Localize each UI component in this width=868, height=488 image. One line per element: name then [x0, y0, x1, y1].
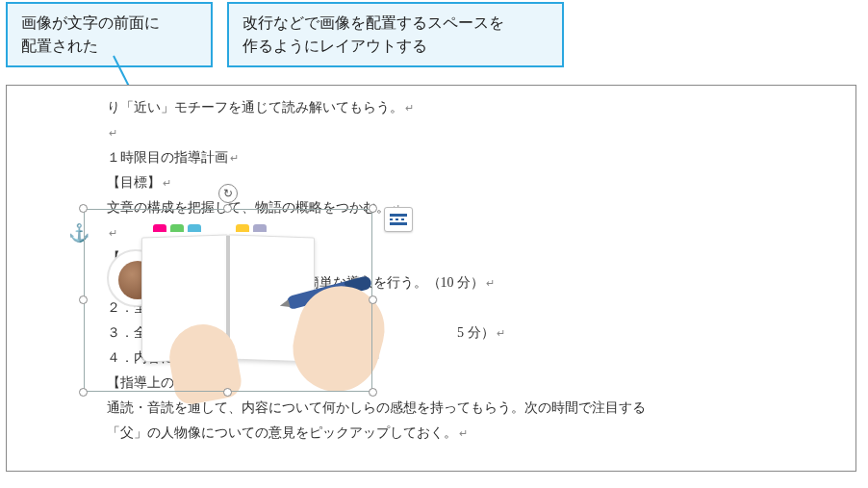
resize-handle-s[interactable]	[223, 388, 232, 397]
inserted-image[interactable]: ↻	[84, 209, 372, 392]
layout-options-icon	[390, 214, 407, 225]
resize-handle-ne[interactable]	[369, 204, 377, 213]
doc-plan-heading: １時限目の指導計画↵	[107, 145, 780, 170]
paragraph-mark-icon: ↵	[230, 152, 239, 164]
layout-options-button[interactable]	[384, 207, 413, 232]
resize-handle-nw[interactable]	[79, 204, 88, 213]
paragraph-mark-icon: ↵	[497, 327, 505, 339]
doc-note2: 「父」の人物像についての意見をピックアップしておく。↵	[107, 421, 780, 446]
paragraph-mark-icon: ↵	[109, 127, 117, 139]
paragraph-mark-icon: ↵	[486, 277, 495, 289]
paragraph-mark-icon: ↵	[459, 427, 468, 439]
selection-frame	[84, 209, 372, 392]
rotate-handle[interactable]: ↻	[218, 184, 238, 203]
resize-handle-se[interactable]	[369, 388, 377, 397]
callout-right-text: 改行などで画像を配置するスペースを 作るようにレイアウトする	[243, 14, 504, 54]
callout-right: 改行などで画像を配置するスペースを 作るようにレイアウトする	[227, 2, 564, 67]
paragraph-mark-icon: ↵	[163, 177, 171, 189]
doc-line-1: り「近い」モチーフを通じて読み解いてもらう。↵	[107, 95, 780, 120]
resize-handle-n[interactable]	[223, 204, 232, 213]
resize-handle-w[interactable]	[79, 295, 88, 304]
document-window: り「近い」モチーフを通じて読み解いてもらう。↵ ↵ １時限目の指導計画↵ 【目標…	[6, 85, 856, 472]
paragraph-mark-icon: ↵	[405, 102, 414, 114]
callout-left: 画像が文字の前面に 配置された	[6, 2, 213, 67]
doc-goal-label: 【目標】↵	[107, 170, 780, 195]
resize-handle-sw[interactable]	[79, 388, 88, 397]
resize-handle-e[interactable]	[369, 295, 377, 304]
callout-left-text: 画像が文字の前面に 配置された	[21, 14, 160, 54]
doc-blank: ↵	[107, 120, 780, 145]
